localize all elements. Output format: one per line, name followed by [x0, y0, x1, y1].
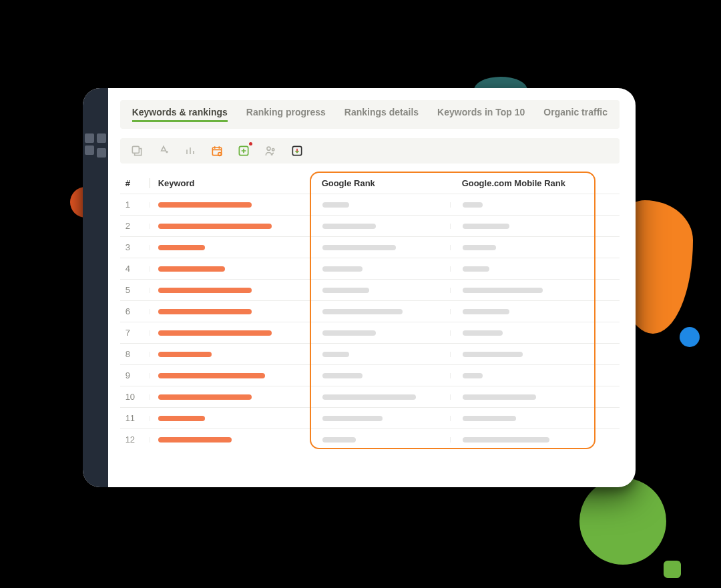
- google-mobile-rank-cell: [450, 330, 590, 336]
- row-index: 11: [120, 413, 150, 423]
- keyword-cell: [150, 266, 310, 272]
- table-row[interactable]: 10: [120, 386, 620, 407]
- app-menu-icon[interactable]: [85, 133, 106, 155]
- person-add-icon[interactable]: [156, 143, 171, 158]
- table-row[interactable]: 7: [120, 322, 620, 343]
- add-box-icon[interactable]: [236, 143, 251, 158]
- keyword-cell: [150, 288, 310, 293]
- google-mobile-rank-cell: [450, 416, 590, 421]
- tab-keywords-top10[interactable]: Keywords in Top 10: [437, 107, 525, 122]
- tabs-bar: Keywords & rankings Ranking progress Ran…: [120, 100, 620, 129]
- keyword-cell: [150, 373, 310, 378]
- keyword-cell: [150, 416, 310, 421]
- google-mobile-rank-cell: [450, 373, 590, 378]
- google-mobile-rank-cell: [450, 224, 590, 229]
- table-row[interactable]: 8: [120, 343, 620, 364]
- google-rank-cell: [310, 373, 450, 378]
- keyword-cell: [150, 330, 310, 336]
- google-rank-cell: [310, 266, 450, 272]
- google-mobile-rank-cell: [450, 352, 590, 357]
- svg-point-2: [218, 153, 221, 156]
- decor-green-circle: [579, 478, 666, 565]
- chart-icon[interactable]: [183, 143, 198, 158]
- google-rank-cell: [310, 437, 450, 443]
- table-row[interactable]: 6: [120, 300, 620, 322]
- table-row[interactable]: 11: [120, 407, 620, 428]
- row-index: 6: [120, 306, 150, 316]
- decor-green-square: [664, 561, 681, 578]
- keyword-cell: [150, 352, 310, 357]
- toolbar: [120, 138, 620, 164]
- col-google-rank-header[interactable]: Google Rank: [310, 178, 450, 188]
- row-index: 1: [120, 200, 150, 210]
- main-content: Keywords & rankings Ranking progress Ran…: [108, 88, 636, 487]
- table-row[interactable]: 9: [120, 364, 620, 386]
- tab-rankings-details[interactable]: Rankings details: [344, 107, 419, 122]
- table-row[interactable]: 5: [120, 279, 620, 300]
- google-rank-cell: [310, 309, 450, 314]
- google-rank-cell: [310, 352, 450, 357]
- row-index: 3: [120, 242, 150, 252]
- svg-point-5: [272, 149, 274, 151]
- row-index: 8: [120, 349, 150, 359]
- col-index-header[interactable]: #: [120, 178, 150, 188]
- col-google-mobile-rank-header[interactable]: Google.com Mobile Rank: [450, 178, 590, 188]
- row-index: 4: [120, 264, 150, 274]
- keyword-cell: [150, 309, 310, 314]
- google-mobile-rank-cell: [450, 245, 590, 250]
- keyword-cell: [150, 245, 310, 250]
- svg-rect-0: [132, 146, 139, 153]
- google-mobile-rank-cell: [450, 437, 590, 443]
- table-row[interactable]: 12: [120, 428, 620, 450]
- tab-organic-traffic[interactable]: Organic traffic: [543, 107, 608, 122]
- tab-ranking-progress[interactable]: Ranking progress: [246, 107, 326, 122]
- keyword-cell: [150, 394, 310, 400]
- row-index: 7: [120, 328, 150, 338]
- table-body: 123456789101112: [120, 194, 620, 450]
- svg-point-4: [267, 147, 270, 150]
- google-mobile-rank-cell: [450, 202, 590, 208]
- keyword-cell: [150, 224, 310, 229]
- decor-blue-dot: [680, 327, 700, 347]
- google-rank-cell: [310, 288, 450, 293]
- row-index: 9: [120, 370, 150, 380]
- google-mobile-rank-cell: [450, 266, 590, 272]
- keyword-cell: [150, 437, 310, 443]
- table-row[interactable]: 3: [120, 236, 620, 258]
- google-mobile-rank-cell: [450, 394, 590, 400]
- team-icon[interactable]: [263, 143, 278, 158]
- google-mobile-rank-cell: [450, 309, 590, 314]
- svg-rect-1: [212, 148, 221, 156]
- google-rank-cell: [310, 394, 450, 400]
- row-index: 5: [120, 285, 150, 295]
- google-rank-cell: [310, 224, 450, 229]
- schedule-icon[interactable]: [210, 143, 224, 158]
- google-mobile-rank-cell: [450, 288, 590, 293]
- table-row[interactable]: 4: [120, 258, 620, 279]
- share-icon[interactable]: [130, 143, 144, 158]
- keyword-cell: [150, 202, 310, 208]
- download-icon[interactable]: [290, 143, 304, 158]
- app-frame: Keywords & rankings Ranking progress Ran…: [83, 88, 636, 487]
- col-keyword-header[interactable]: Keyword: [150, 178, 310, 188]
- keyword-table: # Keyword Google Rank Google.com Mobile …: [120, 173, 620, 450]
- tab-keywords-rankings[interactable]: Keywords & rankings: [132, 107, 228, 122]
- table-row[interactable]: 2: [120, 215, 620, 236]
- table-row[interactable]: 1: [120, 194, 620, 215]
- google-rank-cell: [310, 416, 450, 421]
- google-rank-cell: [310, 202, 450, 208]
- row-index: 12: [120, 434, 150, 445]
- sidebar-rail: [83, 88, 108, 487]
- google-rank-cell: [310, 245, 450, 250]
- google-rank-cell: [310, 330, 450, 336]
- row-index: 2: [120, 221, 150, 231]
- row-index: 10: [120, 392, 150, 402]
- table-header-row: # Keyword Google Rank Google.com Mobile …: [120, 173, 620, 194]
